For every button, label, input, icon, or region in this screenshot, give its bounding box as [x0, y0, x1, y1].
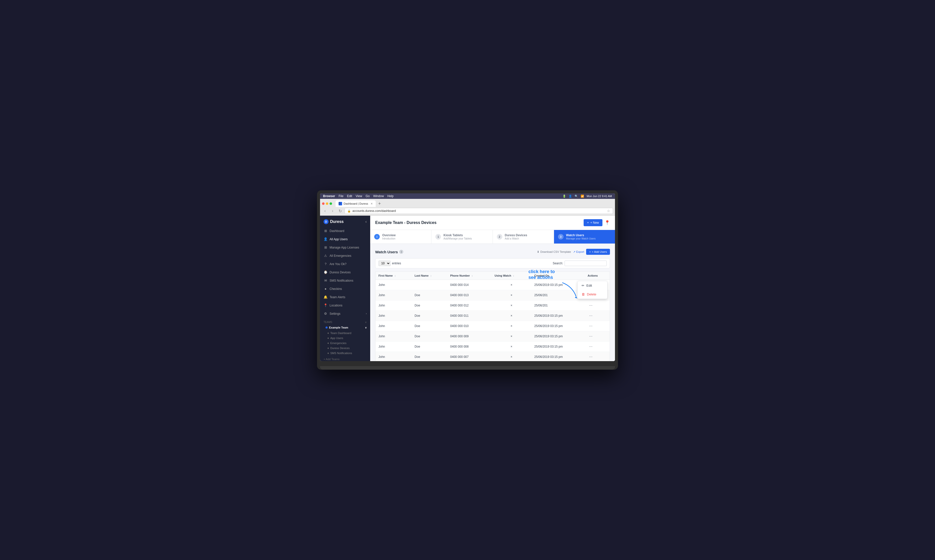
add-users-label: + Add Users [592, 250, 607, 253]
cell-using-watch: × [492, 352, 531, 362]
back-button[interactable]: ‹ [322, 208, 328, 214]
col-using-watch[interactable]: Using Watch ↕ [492, 272, 531, 280]
menu-file[interactable]: File [338, 194, 343, 198]
export-button[interactable]: ↗ Export [573, 250, 584, 254]
tab-close-button[interactable]: × [371, 202, 373, 206]
step-tab-kiosk-tablets[interactable]: 1 Kiosk Tablets Add/Manage your Tablets [431, 230, 492, 243]
sidebar-item-sms-notifications-team[interactable]: SMS Notifications [320, 351, 370, 355]
add-teams-button[interactable]: + Add Teams [323, 358, 367, 361]
cell-phone: 0400 000 011 [447, 311, 492, 321]
step-duress-info: Duress Devices Add a Watch [505, 234, 527, 240]
step-overview-info: Overview Introduction [382, 234, 395, 240]
browser-tab[interactable]: D Dashboard | Duress × [335, 200, 376, 207]
sidebar-item-example-team[interactable]: Example Team ∨ [320, 325, 370, 331]
address-bar-row: ‹ › ↻ 🔒 accounts.duress.com/dashboard ☆ [320, 207, 615, 215]
cell-created-on: 25/06/2019 03:15 pm [531, 280, 584, 290]
refresh-button[interactable]: ↻ [337, 208, 343, 214]
col-phone[interactable]: Phone Number ↕ [447, 272, 492, 280]
actions-button[interactable]: ··· [587, 313, 594, 318]
close-window-button[interactable] [322, 202, 324, 205]
col-last-name[interactable]: Last Name ↕ [412, 272, 447, 280]
cell-actions: ··· [584, 311, 610, 321]
sidebar-item-are-you-ok[interactable]: ? Are You Ok? [320, 260, 370, 268]
menu-browser[interactable]: Browser [323, 194, 335, 198]
entries-dropdown[interactable]: 10 25 50 [378, 260, 391, 266]
download-csv-button[interactable]: ⬇ Download CSV Template [537, 250, 571, 254]
location-header-button[interactable]: 📍 [604, 220, 610, 225]
watch-users-info-icon[interactable]: i [399, 250, 403, 254]
sidebar-item-all-app-users[interactable]: 👤 All App Users [320, 235, 370, 243]
cell-first-name: John [375, 300, 412, 311]
emergencies-icon: ⚠ [323, 254, 328, 258]
menu-edit[interactable]: Edit [347, 194, 352, 198]
step-tab-overview[interactable]: i Overview Introduction [370, 230, 431, 243]
search-input[interactable] [564, 260, 607, 266]
actions-button[interactable]: ··· [587, 344, 594, 349]
sidebar-item-dashboard[interactable]: ⊞ Dashboard [320, 227, 370, 235]
cell-using-watch: × [492, 311, 531, 321]
actions-button[interactable]: ··· [587, 334, 594, 339]
cell-phone: 0400 000 012 [447, 300, 492, 311]
menu-help[interactable]: Help [388, 194, 394, 198]
teams-chevron-icon[interactable]: ∨ [365, 321, 367, 323]
actions-button[interactable]: ··· [587, 323, 594, 329]
context-menu-edit[interactable]: ✏ Edit [578, 281, 607, 290]
add-users-button[interactable]: + + Add Users [586, 249, 610, 255]
delete-label: Delete [587, 292, 597, 296]
cell-phone: 0400 000 008 [447, 342, 492, 352]
new-tab-button[interactable]: + [377, 201, 383, 206]
sidebar-label-sms-notifications: SMS Notifications [329, 279, 354, 282]
battery-icon: 🔋 [563, 195, 566, 198]
cell-using-watch: × [492, 331, 531, 342]
cell-created-on: 25/06/2019 03:15 pm [531, 311, 584, 321]
sidebar-item-app-users[interactable]: App Users [320, 335, 370, 340]
watch-users-section: Watch Users i ⬇ Download CSV Template ↗ … [370, 244, 615, 361]
sidebar-item-all-emergencies[interactable]: ⚠ All Emergencies [320, 252, 370, 260]
col-created-on[interactable]: Created On ↕ [531, 272, 584, 280]
menu-window[interactable]: Window [373, 194, 384, 198]
edit-label: Edit [586, 284, 592, 288]
example-team-chevron-icon: ∨ [365, 326, 367, 329]
cell-using-watch: × [492, 342, 531, 352]
settings-icon: ⚙ [323, 312, 328, 315]
sidebar-item-team-dashboard[interactable]: Team Dashboard [320, 331, 370, 335]
actions-button[interactable]: ··· [587, 354, 594, 360]
duress-devices-team-dot [328, 348, 329, 349]
maximize-window-button[interactable] [329, 202, 332, 205]
table-controls: 10 25 50 entries Search: [375, 258, 610, 268]
menu-go[interactable]: Go [366, 194, 370, 198]
sidebar-item-checkins[interactable]: ● Checkins [320, 285, 370, 293]
sidebar-item-sms-notifications[interactable]: ✉ SMS Notifications [320, 276, 370, 285]
url-text: accounts.duress.com/dashboard [352, 209, 396, 213]
menu-view[interactable]: View [356, 194, 362, 198]
download-icon: ⬇ [537, 250, 539, 254]
sidebar-item-duress-devices-team[interactable]: Duress Devices [320, 346, 370, 351]
actions-button[interactable]: ··· [587, 303, 594, 308]
cell-phone: 0400 000 009 [447, 331, 492, 342]
cell-using-watch: × [492, 321, 531, 331]
cell-created-on: 25/06/2019 03:15 pm [531, 352, 584, 362]
new-button-label: + New [590, 221, 599, 225]
collapse-sidebar-button[interactable]: ‹ [365, 220, 367, 224]
lock-icon: 🔒 [348, 209, 351, 213]
sidebar-item-duress-devices[interactable]: ⌚ Duress Devices [320, 268, 370, 276]
export-icon: ↗ [573, 250, 575, 254]
cell-first-name: John [375, 352, 412, 362]
cell-first-name: John [375, 342, 412, 352]
step-tab-watch-users[interactable]: 3 Watch Users Manage your Watch Users [554, 230, 615, 243]
sidebar-item-manage-app-licenses[interactable]: ⊞ Manage App Licenses [320, 243, 370, 252]
bookmark-icon[interactable]: ☆ [607, 209, 610, 213]
address-bar[interactable]: 🔒 accounts.duress.com/dashboard ☆ [344, 208, 613, 214]
new-button[interactable]: + + New [584, 219, 603, 226]
step-num-2: 2 [497, 234, 502, 240]
forward-button[interactable]: › [329, 208, 335, 214]
col-first-name[interactable]: First Name ↕ [375, 272, 412, 280]
sidebar-item-emergencies[interactable]: Emergencies [320, 340, 370, 346]
context-menu-delete[interactable]: 🗑 Delete [578, 290, 607, 299]
tab-title: Dashboard | Duress [344, 202, 368, 205]
sidebar-item-team-alerts[interactable]: 🔔 Team Alerts [320, 293, 370, 301]
minimize-window-button[interactable] [326, 202, 328, 205]
sidebar-item-locations[interactable]: 📍 Locations [320, 301, 370, 309]
sidebar-item-settings[interactable]: ⚙ Settings › [320, 309, 370, 318]
step-tab-duress-devices[interactable]: 2 Duress Devices Add a Watch [493, 230, 554, 243]
